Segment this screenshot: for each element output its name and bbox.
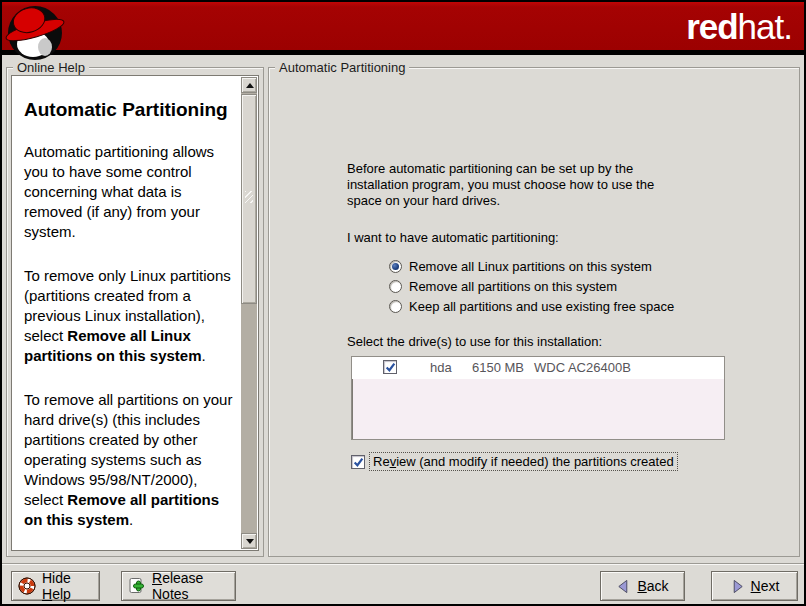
radio-label: Keep all partitions and use existing fre… bbox=[409, 299, 674, 314]
review-partitions-checkbox-row[interactable]: Review (and modify if needed) the partit… bbox=[351, 453, 677, 470]
help-p3-period: . bbox=[129, 511, 133, 528]
redhat-wordmark: redhat. bbox=[686, 6, 792, 48]
review-checkbox[interactable] bbox=[351, 455, 365, 469]
help-viewport: Automatic Partitioning Automatic partiti… bbox=[11, 75, 259, 551]
drive-model: WDC AC26400B bbox=[534, 360, 631, 375]
help-paragraph-2: To remove only Linux partitions (partiti… bbox=[24, 266, 237, 366]
radio-remove-linux-partitions[interactable]: Remove all Linux partitions on this syst… bbox=[389, 256, 674, 276]
radio-button-icon[interactable] bbox=[389, 300, 402, 313]
wordmark-hat: hat. bbox=[738, 7, 792, 46]
online-help-frame: Online Help Automatic Partitioning Autom… bbox=[6, 67, 264, 557]
review-checkbox-label: Review (and modify if needed) the partit… bbox=[370, 453, 677, 470]
check-icon bbox=[353, 457, 364, 468]
help-paragraph-3: To remove all partitions on your hard dr… bbox=[24, 390, 237, 530]
radio-keep-all-partitions[interactable]: Keep all partitions and use existing fre… bbox=[389, 296, 674, 316]
drive-size: 6150 MB bbox=[472, 360, 524, 375]
help-scrollbar[interactable] bbox=[241, 77, 257, 549]
back-arrow-icon bbox=[616, 579, 631, 594]
help-paragraph-1: Automatic partitioning allows you to hav… bbox=[24, 142, 237, 242]
prompt-text: I want to have automatic partitioning: bbox=[347, 230, 559, 245]
back-button[interactable]: Back bbox=[600, 571, 685, 601]
life-preserver-icon bbox=[18, 577, 36, 595]
check-icon bbox=[385, 362, 396, 373]
drive-list[interactable]: hda 6150 MB WDC AC26400B bbox=[351, 356, 725, 440]
review-label-post: iew (and modify if needed) the partition… bbox=[396, 454, 674, 469]
next-arrow-icon bbox=[730, 579, 745, 594]
drive-checkbox[interactable] bbox=[383, 360, 397, 374]
back-post: ack bbox=[647, 578, 669, 594]
next-label: Next bbox=[751, 578, 780, 594]
arrow-up-icon bbox=[246, 83, 254, 88]
automatic-partitioning-frame: Automatic Partitioning Before automatic … bbox=[268, 67, 800, 557]
radio-button-icon[interactable] bbox=[389, 260, 402, 273]
release-notes-button[interactable]: Release Notes bbox=[121, 571, 236, 601]
release-notes-icon bbox=[128, 577, 146, 595]
next-post: ext bbox=[761, 578, 780, 594]
drive-row-hda[interactable]: hda 6150 MB WDC AC26400B bbox=[352, 357, 724, 379]
next-mnemonic: N bbox=[751, 578, 761, 594]
review-label-pre: Re bbox=[373, 454, 390, 469]
partitioning-radio-group: Remove all Linux partitions on this syst… bbox=[389, 256, 674, 316]
hide-help-post: elp bbox=[52, 586, 71, 602]
release-notes-label: Release Notes bbox=[152, 570, 229, 602]
hide-help-label: Hide Help bbox=[42, 570, 93, 602]
wordmark-red: red bbox=[686, 7, 737, 46]
installer-window: redhat. Online Help Automatic Partitioni… bbox=[0, 0, 806, 606]
radio-remove-all-partitions[interactable]: Remove all partitions on this system bbox=[389, 276, 674, 296]
help-p2-period: . bbox=[202, 347, 206, 364]
drive-device: hda bbox=[430, 360, 452, 375]
hide-help-button[interactable]: Hide Help bbox=[11, 571, 100, 601]
drives-select-label: Select the drive(s) to use for this inst… bbox=[347, 334, 602, 349]
arrow-down-icon bbox=[246, 539, 254, 544]
intro-text: Before automatic partitioning can be set… bbox=[347, 161, 665, 209]
scrollbar-thumb[interactable] bbox=[241, 94, 257, 304]
back-mnemonic: B bbox=[637, 578, 646, 594]
button-bar: Hide Help Release Notes Back bbox=[2, 563, 804, 606]
hide-help-pre: Hide bbox=[42, 570, 71, 586]
release-notes-mnemonic: R bbox=[152, 570, 162, 586]
next-button[interactable]: Next bbox=[711, 571, 798, 601]
header-banner: redhat. bbox=[2, 2, 804, 50]
automatic-partitioning-frame-label: Automatic Partitioning bbox=[275, 60, 409, 75]
radio-label: Remove all Linux partitions on this syst… bbox=[409, 259, 652, 274]
help-text: Automatic Partitioning Automatic partiti… bbox=[12, 76, 241, 550]
redhat-shadowman-logo-icon bbox=[5, 3, 65, 67]
back-label: Back bbox=[637, 578, 668, 594]
help-title: Automatic Partitioning bbox=[24, 100, 237, 120]
hide-help-mnemonic: H bbox=[42, 586, 52, 602]
scroll-down-button[interactable] bbox=[241, 533, 257, 549]
content-area: Online Help Automatic Partitioning Autom… bbox=[2, 55, 804, 563]
radio-button-icon[interactable] bbox=[389, 280, 402, 293]
scroll-up-button[interactable] bbox=[241, 77, 257, 93]
radio-label: Remove all partitions on this system bbox=[409, 279, 617, 294]
